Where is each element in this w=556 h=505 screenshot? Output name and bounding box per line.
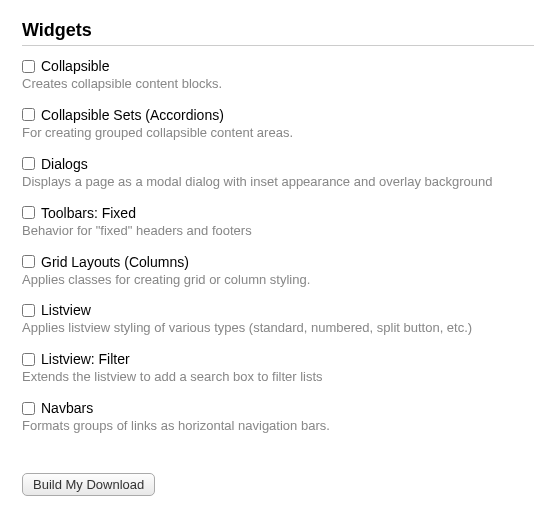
widget-item: Collapsible Creates collapsible content … bbox=[22, 58, 534, 93]
widget-checkbox-toolbars-fixed[interactable] bbox=[22, 206, 35, 219]
widget-checkbox-row[interactable]: Grid Layouts (Columns) bbox=[22, 254, 534, 270]
widget-checkbox-row[interactable]: Listview: Filter bbox=[22, 351, 534, 367]
widget-description: Creates collapsible content blocks. bbox=[22, 76, 534, 93]
widget-checkbox-row[interactable]: Listview bbox=[22, 302, 534, 318]
widget-description: Behavior for "fixed" headers and footers bbox=[22, 223, 534, 240]
widget-item: Navbars Formats groups of links as horiz… bbox=[22, 400, 534, 435]
widget-label: Collapsible bbox=[41, 58, 109, 74]
widget-description: Applies classes for creating grid or col… bbox=[22, 272, 534, 289]
widget-item: Dialogs Displays a page as a modal dialo… bbox=[22, 156, 534, 191]
widget-checkbox-grid-layouts[interactable] bbox=[22, 255, 35, 268]
widget-description: Applies listview styling of various type… bbox=[22, 320, 534, 337]
widget-item: Grid Layouts (Columns) Applies classes f… bbox=[22, 254, 534, 289]
widget-checkbox-row[interactable]: Toolbars: Fixed bbox=[22, 205, 534, 221]
widget-checkbox-navbars[interactable] bbox=[22, 402, 35, 415]
widget-label: Grid Layouts (Columns) bbox=[41, 254, 189, 270]
widget-checkbox-listview[interactable] bbox=[22, 304, 35, 317]
widget-item: Toolbars: Fixed Behavior for "fixed" hea… bbox=[22, 205, 534, 240]
widget-checkbox-collapsible-sets[interactable] bbox=[22, 108, 35, 121]
widget-description: Displays a page as a modal dialog with i… bbox=[22, 174, 534, 191]
widget-item: Collapsible Sets (Accordions) For creati… bbox=[22, 107, 534, 142]
widget-checkbox-collapsible[interactable] bbox=[22, 60, 35, 73]
widget-checkbox-dialogs[interactable] bbox=[22, 157, 35, 170]
widget-checkbox-row[interactable]: Collapsible Sets (Accordions) bbox=[22, 107, 534, 123]
widget-label: Dialogs bbox=[41, 156, 88, 172]
widget-item: Listview: Filter Extends the listview to… bbox=[22, 351, 534, 386]
widget-checkbox-listview-filter[interactable] bbox=[22, 353, 35, 366]
widget-description: Extends the listview to add a search box… bbox=[22, 369, 534, 386]
widget-checkbox-row[interactable]: Dialogs bbox=[22, 156, 534, 172]
widget-label: Collapsible Sets (Accordions) bbox=[41, 107, 224, 123]
widget-label: Toolbars: Fixed bbox=[41, 205, 136, 221]
widget-checkbox-row[interactable]: Navbars bbox=[22, 400, 534, 416]
widget-label: Listview bbox=[41, 302, 91, 318]
build-my-download-button[interactable]: Build My Download bbox=[22, 473, 155, 496]
section-title: Widgets bbox=[22, 20, 534, 46]
widget-description: Formats groups of links as horizontal na… bbox=[22, 418, 534, 435]
widget-label: Navbars bbox=[41, 400, 93, 416]
widget-description: For creating grouped collapsible content… bbox=[22, 125, 534, 142]
widget-label: Listview: Filter bbox=[41, 351, 130, 367]
widget-checkbox-row[interactable]: Collapsible bbox=[22, 58, 534, 74]
widget-item: Listview Applies listview styling of var… bbox=[22, 302, 534, 337]
